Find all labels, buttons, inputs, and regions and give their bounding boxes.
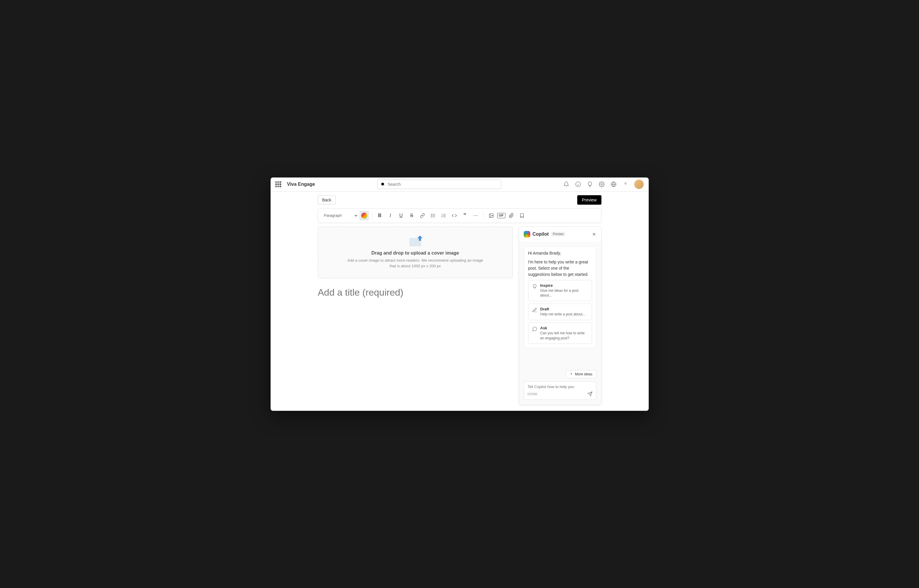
topbar: Viva Engage bbox=[271, 178, 649, 192]
bold-button[interactable]: B bbox=[375, 211, 384, 220]
quote-button[interactable]: ” bbox=[460, 211, 470, 220]
copilot-icon bbox=[361, 213, 367, 218]
search-container bbox=[377, 179, 501, 189]
suggestion-draft[interactable]: Draft Help me write a post about... bbox=[528, 304, 592, 320]
strikethrough-button[interactable]: S bbox=[407, 211, 417, 220]
preview-button[interactable]: Preview bbox=[577, 195, 601, 205]
lightbulb-icon bbox=[532, 284, 537, 289]
subbar: Back Preview bbox=[271, 192, 649, 208]
copilot-title: Copilot bbox=[533, 231, 549, 237]
svg-point-0 bbox=[381, 183, 384, 186]
svg-rect-17 bbox=[520, 213, 523, 218]
attachment-button[interactable] bbox=[507, 211, 516, 220]
lightbulb-icon[interactable] bbox=[587, 181, 593, 187]
chat-icon bbox=[532, 326, 537, 332]
gif-button[interactable]: GIF bbox=[497, 213, 506, 218]
svg-point-10 bbox=[431, 215, 431, 216]
copilot-header: Copilot Preview bbox=[519, 227, 601, 242]
user-avatar[interactable] bbox=[634, 179, 644, 189]
search-icon bbox=[381, 182, 385, 187]
app-window: Viva Engage Back Preview Paragraph B I U… bbox=[271, 178, 649, 411]
send-button[interactable] bbox=[587, 391, 593, 397]
numbered-list-button[interactable] bbox=[439, 211, 448, 220]
italic-button[interactable]: I bbox=[386, 211, 395, 220]
help-icon[interactable] bbox=[622, 181, 628, 187]
image-button[interactable] bbox=[486, 211, 496, 220]
sparkle-icon bbox=[570, 372, 573, 376]
notifications-icon[interactable] bbox=[563, 181, 569, 187]
cover-image-dropzone[interactable]: Drag and drop to upload a cover image Ad… bbox=[318, 226, 513, 278]
copilot-greeting: Hi Amanda Brady, bbox=[528, 251, 592, 255]
book-button[interactable] bbox=[517, 211, 527, 220]
back-button[interactable]: Back bbox=[318, 195, 336, 204]
underline-button[interactable]: U bbox=[396, 211, 406, 220]
svg-point-2 bbox=[576, 182, 581, 187]
top-icons bbox=[563, 179, 644, 189]
copilot-panel: Copilot Preview Hi Amanda Brady, I'm her… bbox=[519, 226, 601, 405]
search-box[interactable] bbox=[377, 179, 501, 189]
copilot-input[interactable] bbox=[528, 384, 593, 389]
upload-illustration bbox=[408, 236, 423, 247]
suggestion-ask[interactable]: Ask Can you tell me how to write an enga… bbox=[528, 323, 592, 344]
divider bbox=[483, 212, 484, 219]
suggestion-desc: Help me write a post about... bbox=[540, 312, 588, 317]
close-icon[interactable] bbox=[592, 232, 596, 237]
svg-line-1 bbox=[384, 185, 384, 186]
globe-icon[interactable] bbox=[611, 181, 617, 187]
copilot-logo-icon bbox=[524, 231, 530, 237]
link-button[interactable] bbox=[418, 211, 427, 220]
code-button[interactable] bbox=[450, 211, 459, 220]
editor-toolbar: Paragraph B I U S ” ⋯ GIF bbox=[318, 208, 601, 223]
dropzone-title: Drag and drop to upload a cover image bbox=[324, 250, 507, 256]
copilot-input-box: 0/2000 bbox=[524, 381, 596, 400]
divider bbox=[372, 212, 372, 219]
svg-point-9 bbox=[431, 214, 431, 215]
dropzone-subtitle: Add a cover image to attract more reader… bbox=[324, 257, 507, 269]
content-area: Drag and drop to upload a cover image Ad… bbox=[271, 226, 649, 411]
suggestion-title: Draft bbox=[540, 307, 588, 311]
app-launcher-icon[interactable] bbox=[275, 181, 281, 187]
copilot-toolbar-button[interactable] bbox=[360, 211, 369, 220]
settings-icon[interactable] bbox=[599, 181, 605, 187]
title-input[interactable] bbox=[318, 284, 513, 301]
search-input[interactable] bbox=[388, 182, 498, 187]
suggestion-title: Ask bbox=[540, 326, 588, 330]
suggestion-desc: Can you tell me how to write an engaging… bbox=[540, 331, 588, 341]
copilot-message-card: Hi Amanda Brady, I'm here to help you wr… bbox=[524, 246, 596, 349]
paragraph-select[interactable]: Paragraph bbox=[323, 212, 359, 220]
svg-point-11 bbox=[431, 216, 431, 217]
copilot-message: I'm here to help you write a great post.… bbox=[528, 259, 592, 278]
editor-column: Drag and drop to upload a cover image Ad… bbox=[318, 226, 513, 405]
brand-title: Viva Engage bbox=[287, 182, 315, 187]
more-ideas-button[interactable]: More ideas bbox=[566, 370, 596, 378]
svg-point-3 bbox=[601, 184, 602, 185]
emoji-icon[interactable] bbox=[575, 181, 581, 187]
suggestion-desc: Give me ideas for a post about... bbox=[540, 288, 588, 298]
svg-point-16 bbox=[490, 215, 491, 215]
pencil-icon bbox=[532, 307, 537, 313]
suggestion-title: Inspire bbox=[540, 283, 588, 288]
suggestion-inspire[interactable]: Inspire Give me ideas for a post about..… bbox=[528, 280, 592, 302]
bullet-list-button[interactable] bbox=[428, 211, 438, 220]
copilot-body: Hi Amanda Brady, I'm here to help you wr… bbox=[519, 242, 601, 405]
preview-badge: Preview bbox=[551, 232, 565, 236]
char-count: 0/2000 bbox=[528, 392, 538, 396]
more-button[interactable]: ⋯ bbox=[471, 211, 480, 220]
